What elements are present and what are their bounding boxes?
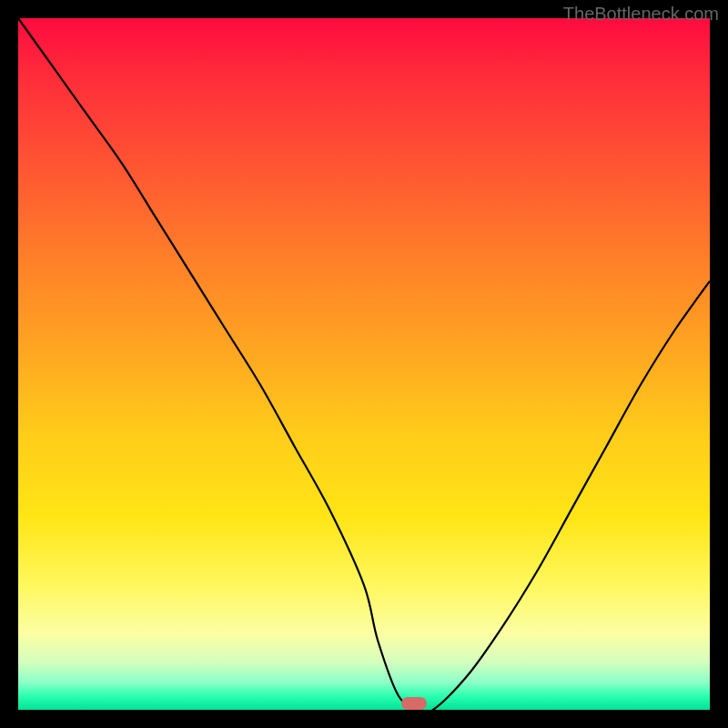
optimal-point-marker (401, 697, 427, 710)
watermark-text: TheBottleneck.com (563, 4, 719, 25)
bottleneck-curve (18, 18, 710, 710)
